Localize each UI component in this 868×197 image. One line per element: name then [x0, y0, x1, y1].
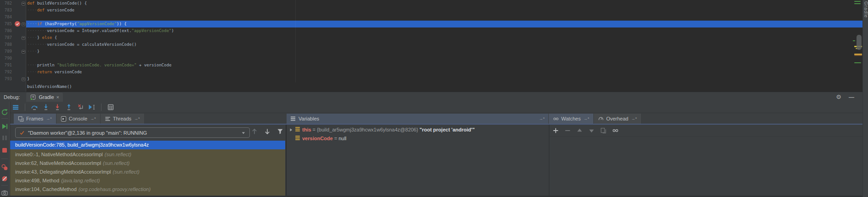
fold-gutter	[21, 55, 26, 62]
breakpoint-gutter[interactable]	[14, 48, 21, 55]
gear-icon[interactable]: ⚙	[836, 94, 841, 100]
variables-panel-title: Variables	[299, 116, 319, 121]
move-down-watch-button[interactable]	[588, 127, 595, 134]
execution-line[interactable]: 785····if (hasProperty("appVersionCode")…	[0, 21, 862, 27]
fold-gutter	[21, 62, 26, 69]
remove-watch-button[interactable]	[564, 127, 571, 134]
step-out-button[interactable]	[65, 104, 73, 111]
code-line[interactable]: 790	[0, 55, 862, 62]
resume-button[interactable]	[1, 123, 8, 130]
hide-toolwindow-button[interactable]: —	[849, 95, 854, 99]
console-icon	[61, 116, 67, 122]
stack-frame[interactable]: invoke:498, Method(java.lang.reflect)	[10, 176, 285, 185]
variable-row[interactable]: this = {build_ar5wgmj3za9hcwx1w6ylsna4z@…	[287, 125, 548, 134]
breakpoint-gutter[interactable]	[14, 41, 21, 48]
code-text: ····def versionCode	[26, 7, 862, 14]
stack-frame[interactable]: invoke:104, CachedMethod(org.codehaus.gr…	[10, 185, 285, 194]
pause-button[interactable]	[1, 134, 8, 142]
stack-frame[interactable]: invoke0:-1, NativeMethodAccessorImpl(sun…	[10, 150, 285, 159]
breakpoint-gutter[interactable]	[14, 21, 21, 27]
variable-row[interactable]: versionCode = null	[287, 134, 548, 142]
panel-options-indicator[interactable]: →*	[539, 116, 545, 121]
code-line[interactable]: buildVersionName()	[27, 83, 72, 90]
code-line[interactable]: 784	[0, 14, 862, 21]
watches-tab-bar: Watches→*Overhead→*	[549, 114, 642, 124]
fold-icon[interactable]	[22, 77, 25, 81]
breakpoint-gutter[interactable]	[14, 69, 21, 76]
thread-selector-dropdown[interactable]: "Daemon worker"@2,136 in group "main": R…	[15, 127, 250, 138]
tab-watches[interactable]: Watches→*	[549, 114, 594, 124]
code-line[interactable]: 792····return versionCode	[0, 69, 862, 76]
force-step-into-button[interactable]	[54, 104, 61, 111]
view-breakpoints-button[interactable]	[1, 164, 8, 171]
mute-breakpoints-button[interactable]	[1, 175, 8, 182]
breakpoint-gutter[interactable]	[14, 62, 21, 69]
right-margin-guide	[295, 0, 296, 82]
drop-frame-button[interactable]	[77, 104, 84, 111]
tab-label: Watches	[561, 116, 581, 121]
breakpoint-gutter[interactable]	[14, 14, 21, 21]
tab-overhead[interactable]: Overhead→*	[594, 114, 642, 124]
code-line[interactable]: 789····}	[0, 48, 862, 55]
scrollbar-thumb[interactable]	[857, 35, 862, 50]
gradle-stripe-button[interactable]: Gradle	[863, 1, 868, 18]
stop-button[interactable]	[1, 147, 8, 154]
stack-frame-selected[interactable]: buildVersionCode:785, build_ar5wgmj3za9h…	[10, 141, 285, 149]
thread-selector-value: "Daemon worker"@2,136 in group "main": R…	[28, 130, 147, 136]
ide-window: 782def buildVersionCode() {783····def ve…	[0, 0, 868, 197]
code-line[interactable]: 782def buildVersionCode() {	[0, 0, 862, 7]
code-line[interactable]: 787····} else {	[0, 34, 862, 41]
panel-header-band: Frames→*Console→*Threads→* Variables →* …	[10, 114, 862, 124]
stack-frame[interactable]: invoke:43, DelegatingMethodAccessorImpl(…	[10, 168, 285, 176]
line-number: 785	[0, 21, 14, 27]
fold-icon[interactable]	[22, 50, 25, 54]
tab-threads[interactable]: Threads→*	[101, 114, 145, 124]
code-line[interactable]: 788········versionCode = calculateVersio…	[0, 41, 862, 48]
variables-panel: this = {build_ar5wgmj3za9hcwx1w6ylsna4z@…	[287, 125, 548, 196]
code-line[interactable]: 793}	[0, 76, 862, 82]
nav-up-button[interactable]	[251, 128, 258, 135]
line-number: 789	[0, 48, 14, 55]
tab-frames[interactable]: Frames→*	[14, 114, 56, 124]
tab-console[interactable]: Console→*	[56, 114, 101, 124]
debug-session-tab[interactable]: Gradle ×	[26, 93, 62, 102]
fold-gutter	[21, 34, 26, 41]
filter-button[interactable]	[276, 128, 284, 135]
step-into-button[interactable]	[42, 104, 50, 111]
breakpoint-gutter[interactable]	[14, 76, 21, 82]
line-number: 782	[0, 0, 14, 7]
nav-down-button[interactable]	[264, 128, 271, 135]
fold-gutter	[21, 69, 26, 76]
code-editor[interactable]: 782def buildVersionCode() {783····def ve…	[0, 0, 862, 92]
run-to-cursor-button[interactable]	[88, 104, 96, 111]
move-up-watch-button[interactable]	[576, 127, 583, 134]
fold-icon[interactable]	[22, 36, 25, 40]
add-watch-button[interactable]	[552, 127, 559, 134]
code-line[interactable]: 791····println "buildVersionCode. versio…	[0, 62, 862, 69]
close-icon[interactable]: ×	[56, 95, 59, 99]
expand-arrow-icon[interactable]	[289, 126, 293, 134]
rerun-button[interactable]	[1, 109, 8, 116]
breakpoint-gutter[interactable]	[14, 27, 21, 34]
breakpoint-gutter[interactable]	[14, 7, 21, 14]
stepping-toolbar	[10, 102, 862, 113]
step-over-button[interactable]	[31, 104, 38, 111]
duplicate-watch-button[interactable]	[600, 127, 607, 134]
breakpoint-gutter[interactable]	[14, 55, 21, 62]
fold-icon[interactable]	[22, 2, 25, 5]
show-watches-watch-button[interactable]	[612, 127, 619, 134]
breakpoint-icon[interactable]	[15, 21, 20, 27]
variable-icon	[295, 126, 300, 134]
evaluate-expression-button[interactable]	[107, 104, 114, 111]
breakpoint-gutter[interactable]	[14, 0, 21, 7]
fold-gutter	[21, 21, 26, 27]
fold-icon[interactable]	[22, 22, 25, 26]
code-line[interactable]: 783····def versionCode	[0, 7, 862, 14]
stack-frame[interactable]: invoke:62, NativeMethodAccessorImpl(sun.…	[10, 159, 285, 168]
line-number: 786	[0, 27, 14, 34]
toolbar-separator	[25, 104, 25, 111]
tab-label: Threads	[113, 116, 131, 121]
code-line[interactable]: 786········versionCode = Integer.valueOf…	[0, 27, 862, 34]
breakpoint-gutter[interactable]	[14, 34, 21, 41]
show-execution-point-button[interactable]	[12, 104, 19, 111]
